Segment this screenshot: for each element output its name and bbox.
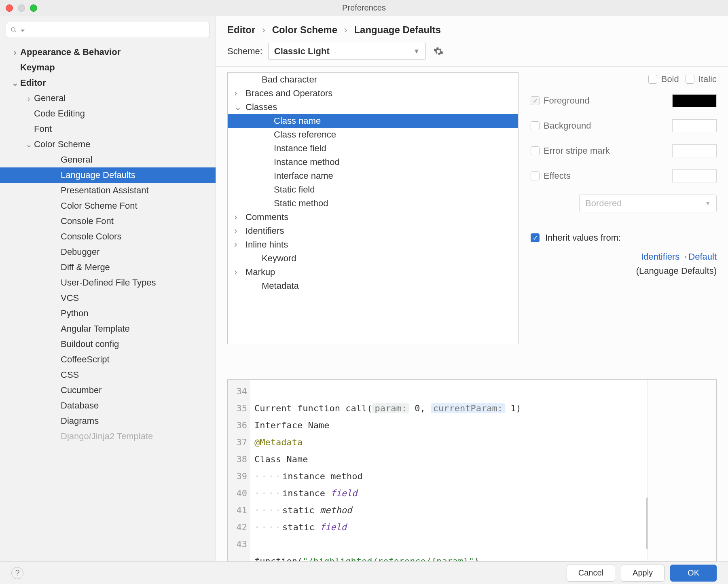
inherit-link[interactable]: Identifiers→Default <box>641 252 717 262</box>
gear-icon[interactable] <box>432 44 445 58</box>
sidebar-item[interactable]: Buildout config <box>0 336 216 352</box>
tree-row[interactable]: ›Braces and Operators <box>228 87 518 100</box>
background-swatch[interactable] <box>672 119 717 132</box>
sidebar-item[interactable]: General <box>0 152 216 167</box>
sidebar-item[interactable]: Language Defaults <box>0 167 216 183</box>
foreground-swatch[interactable] <box>672 94 717 107</box>
sidebar-item[interactable]: Presentation Assistant <box>0 183 216 198</box>
sidebar-item[interactable]: Django/Jinja2 Template <box>0 429 216 444</box>
breadcrumb-item[interactable]: Color Scheme <box>272 24 337 35</box>
sidebar-item[interactable]: CoffeeScript <box>0 352 216 367</box>
chevron-down-icon[interactable]: ⌄ <box>234 102 245 112</box>
tree-row-label: Class reference <box>274 129 336 140</box>
close-icon[interactable] <box>6 4 13 12</box>
sidebar-item[interactable]: Diagrams <box>0 413 216 429</box>
sidebar-item-label: CoffeeScript <box>61 354 110 365</box>
tree-row[interactable]: ›Identifiers <box>228 224 518 238</box>
sidebar-item[interactable]: User-Defined File Types <box>0 275 216 290</box>
tree-row[interactable]: ›Markup <box>228 265 518 279</box>
sidebar-item[interactable]: Debugger <box>0 244 216 260</box>
svg-point-0 <box>11 28 15 31</box>
chevron-down-icon[interactable]: ⌄ <box>23 140 34 149</box>
chevron-right-icon[interactable]: › <box>23 94 34 103</box>
sidebar-item-label: Font <box>34 124 52 134</box>
chevron-right-icon[interactable]: › <box>234 267 245 277</box>
bold-checkbox[interactable]: Bold <box>648 74 679 85</box>
tree-row[interactable]: ⌄Classes <box>228 100 518 114</box>
chevron-right-icon[interactable]: › <box>234 212 245 222</box>
sidebar-item[interactable]: Console Colors <box>0 229 216 244</box>
sidebar-item-label: Database <box>61 400 99 411</box>
effects-select[interactable]: Bordered ▼ <box>579 195 717 212</box>
sidebar-item[interactable]: CSS <box>0 367 216 383</box>
sidebar-item-label: Cucumber <box>61 385 102 396</box>
chevron-right-icon[interactable]: › <box>10 48 20 57</box>
sidebar-item[interactable]: ›Appearance & Behavior <box>0 44 216 60</box>
sidebar-item[interactable]: Python <box>0 306 216 321</box>
breadcrumb-item[interactable]: Editor <box>227 24 255 35</box>
error-stripe-checkbox[interactable]: Error stripe mark <box>531 146 610 156</box>
sidebar-item[interactable]: Console Font <box>0 214 216 229</box>
tree-row-label: Interface name <box>274 171 333 181</box>
tree-row[interactable]: Metadata <box>228 279 518 293</box>
search-input[interactable] <box>6 22 210 38</box>
sidebar-item[interactable]: ⌄Color Scheme <box>0 137 216 152</box>
tree-row[interactable]: Keyword <box>228 252 518 265</box>
chevron-down-icon[interactable]: ⌄ <box>10 78 20 88</box>
inherit-checkbox[interactable]: ✓ <box>531 233 540 242</box>
sidebar-item[interactable]: Code Editing <box>0 106 216 121</box>
sidebar-item[interactable]: Database <box>0 398 216 413</box>
sidebar-item[interactable]: Color Scheme Font <box>0 198 216 214</box>
tree-row[interactable]: Instance method <box>228 155 518 169</box>
tree-row[interactable]: ›Comments <box>228 210 518 224</box>
scheme-select[interactable]: Classic Light ▼ <box>268 43 426 60</box>
background-checkbox[interactable]: Background <box>531 121 591 131</box>
line-number: 35 <box>228 400 247 417</box>
cancel-button[interactable]: Cancel <box>567 565 615 582</box>
footer: ? Cancel Apply OK <box>0 561 728 584</box>
apply-button[interactable]: Apply <box>621 565 665 582</box>
sidebar-item[interactable]: Cucumber <box>0 383 216 398</box>
chevron-right-icon[interactable]: › <box>234 239 245 250</box>
sidebar: ›Appearance & BehaviorKeymap⌄Editor›Gene… <box>0 16 216 561</box>
tree-row[interactable]: Static field <box>228 183 518 197</box>
italic-checkbox[interactable]: Italic <box>686 74 717 85</box>
sidebar-item[interactable]: ⌄Editor <box>0 75 216 91</box>
help-icon[interactable]: ? <box>11 567 23 579</box>
error-stripe-swatch[interactable] <box>672 144 717 157</box>
sidebar-item[interactable]: ›General <box>0 91 216 106</box>
zoom-icon[interactable] <box>30 4 37 12</box>
sidebar-item-label: General <box>34 93 66 104</box>
ok-button[interactable]: OK <box>670 565 717 582</box>
tree-row-label: Class name <box>274 116 321 126</box>
chevron-right-icon[interactable]: › <box>234 226 245 236</box>
attribute-tree[interactable]: Bad character›Braces and Operators⌄Class… <box>227 72 518 344</box>
inherit-label: Inherit values from: <box>545 233 621 243</box>
tree-row[interactable]: Static method <box>228 197 518 210</box>
foreground-checkbox[interactable]: ✓Foreground <box>531 95 590 106</box>
breadcrumb-item[interactable]: Language Defaults <box>354 24 441 35</box>
tree-row[interactable]: Class reference <box>228 128 518 142</box>
window-controls <box>6 4 37 12</box>
sidebar-item-label: Presentation Assistant <box>61 185 149 196</box>
tree-row[interactable]: ›Inline hints <box>228 238 518 252</box>
minimize-icon[interactable] <box>18 4 25 12</box>
sidebar-item[interactable]: Keymap <box>0 60 216 75</box>
chevron-down-icon[interactable] <box>20 25 25 35</box>
tree-row[interactable]: Bad character <box>228 73 518 87</box>
tree-row[interactable]: Instance field <box>228 142 518 155</box>
minimap[interactable] <box>648 380 716 561</box>
chevron-right-icon[interactable]: › <box>234 88 245 99</box>
sidebar-item[interactable]: Angular Template <box>0 321 216 336</box>
tree-row-label: Static method <box>274 198 328 209</box>
tree-row[interactable]: Class name <box>228 114 518 128</box>
effects-swatch[interactable] <box>672 169 717 182</box>
sidebar-item[interactable]: VCS <box>0 290 216 306</box>
sidebar-item[interactable]: Font <box>0 121 216 137</box>
code-area[interactable]: Current function call(param: 0, currentP… <box>250 380 648 561</box>
tree-row[interactable]: Interface name <box>228 169 518 183</box>
sidebar-item[interactable]: Diff & Merge <box>0 260 216 275</box>
line-number: 39 <box>228 468 247 485</box>
effects-checkbox[interactable]: Effects <box>531 171 571 181</box>
sidebar-item-label: Debugger <box>61 247 100 257</box>
